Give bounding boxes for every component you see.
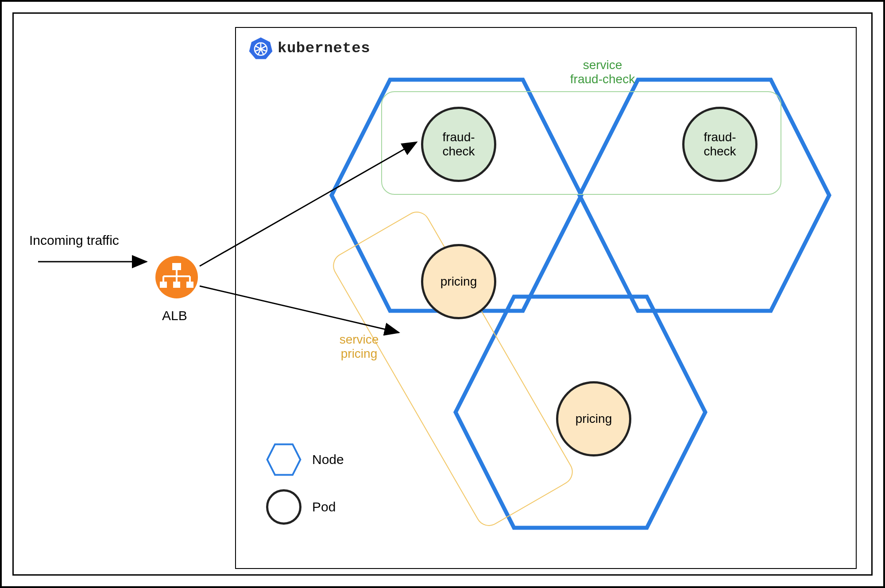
kubernetes-text: kubernetes <box>278 40 370 57</box>
legend-node-label: Node <box>312 452 344 467</box>
pod-label: pricing <box>441 275 477 289</box>
diagram-canvas: kubernetes service <box>14 14 871 574</box>
pod-pricing-1: pricing <box>421 244 496 319</box>
service-pricing-line1: service <box>340 333 379 346</box>
svg-point-9 <box>259 47 263 50</box>
alb-icon <box>155 255 199 299</box>
kubernetes-icon <box>248 36 273 61</box>
legend-pod-circle-icon <box>266 489 301 525</box>
pod-fraud-line2: check <box>442 144 475 158</box>
svg-rect-21 <box>173 282 180 288</box>
service-pricing-line2: pricing <box>341 347 377 360</box>
pod-fraud-check-2: fraud- check <box>682 107 757 182</box>
alb-label: ALB <box>162 308 187 323</box>
service-fraud-line2: fraud-check <box>570 72 635 86</box>
outer-frame: kubernetes service <box>0 0 885 588</box>
kubernetes-label: kubernetes <box>248 36 370 61</box>
pod-fraud-line1: fraud- <box>703 130 736 144</box>
pod-label: fraud- check <box>703 130 736 159</box>
pod-fraud-line2: check <box>703 144 736 158</box>
legend-pod-label: Pod <box>312 499 336 514</box>
pod-label: pricing <box>576 412 612 426</box>
service-pricing-label: service pricing <box>319 333 399 361</box>
svg-rect-20 <box>160 282 167 288</box>
incoming-traffic-label: Incoming traffic <box>29 233 119 248</box>
svg-rect-14 <box>172 263 181 270</box>
svg-rect-22 <box>186 282 193 288</box>
pod-label: fraud- check <box>442 130 475 159</box>
inner-frame: kubernetes service <box>12 12 873 576</box>
legend-node-row: Node <box>266 443 344 476</box>
pod-pricing-2: pricing <box>556 381 631 456</box>
svg-marker-24 <box>267 444 301 475</box>
legend-pod-row: Pod <box>266 489 344 525</box>
service-fraud-check-label: service fraud-check <box>545 58 660 86</box>
pod-fraud-line1: fraud- <box>442 130 475 144</box>
legend-node-hexagon-icon <box>266 443 301 476</box>
pod-fraud-check-1: fraud- check <box>421 107 496 182</box>
legend: Node Pod <box>266 443 344 538</box>
service-fraud-line1: service <box>583 58 622 72</box>
